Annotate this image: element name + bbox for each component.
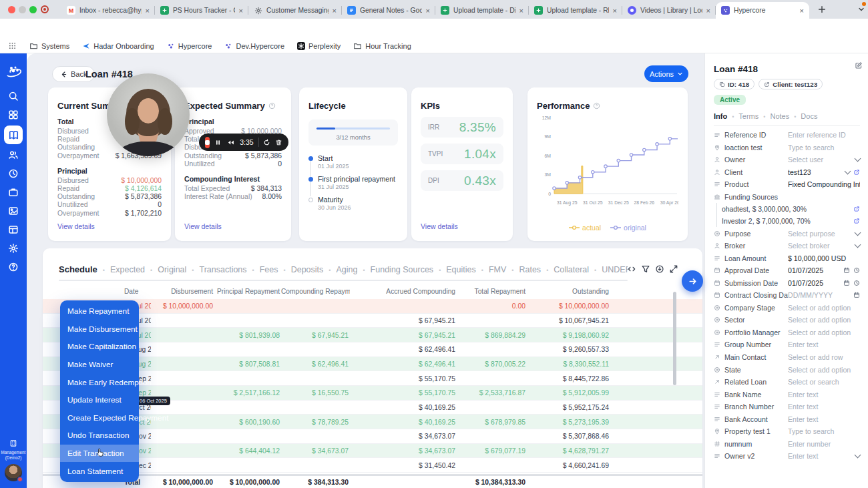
- field-value[interactable]: DD/MM/YYYY: [788, 291, 853, 299]
- field-owner[interactable]: OwnerSelect user: [714, 154, 860, 166]
- panel-tab-info[interactable]: Info: [714, 112, 727, 120]
- bookmark-item[interactable]: Systems: [29, 41, 69, 50]
- bookmark-item[interactable]: Hypercore: [167, 42, 212, 50]
- help-icon[interactable]: [593, 102, 600, 109]
- clock-icon[interactable]: [853, 267, 860, 274]
- menu-item-make-capitalization[interactable]: Make Capitalization: [60, 338, 139, 356]
- tab-close-icon[interactable]: ×: [613, 7, 617, 15]
- field-value[interactable]: $ 10,000,000 USD: [788, 254, 860, 262]
- field-value[interactable]: 01/07/2025: [788, 266, 843, 274]
- tab-close-icon[interactable]: ×: [706, 7, 710, 15]
- field-value[interactable]: Enter text: [788, 391, 860, 399]
- field-value[interactable]: Select or add option: [788, 316, 860, 324]
- bookmark-item[interactable]: Dev.Hypercore: [224, 42, 284, 50]
- field-group-number[interactable]: Group NumberEnter text: [714, 338, 860, 351]
- field-broker[interactable]: BrokerSelect broker: [714, 240, 860, 252]
- schedule-tab-expected[interactable]: Expected: [110, 265, 145, 274]
- field-loan-amount[interactable]: Loan Amount$ 10,000,000 USD: [714, 252, 860, 264]
- schedule-tab-collateral[interactable]: Collateral: [554, 265, 589, 274]
- tab-close-icon[interactable]: ×: [519, 7, 523, 15]
- workspace-block[interactable]: Management (Demo2): [0, 439, 27, 481]
- loan-id-chip[interactable]: ID: 418: [714, 79, 754, 89]
- field-value[interactable]: Enter reference ID: [788, 131, 860, 139]
- bookmark-item[interactable]: Hadar Onboarding: [82, 42, 154, 50]
- browser-tab[interactable]: Upload template - RPAs×: [529, 2, 622, 19]
- panel-tab-terms[interactable]: Terms: [738, 112, 758, 120]
- table-row[interactable]: 31 Dec 2025$ 31,450.42$ 4,660,241.69: [43, 458, 702, 473]
- field-value[interactable]: Select or add row: [788, 353, 860, 361]
- field-value[interactable]: Select or add option: [788, 304, 860, 312]
- field-portfolio-manager[interactable]: Portfolio ManagerSelect or add option: [714, 326, 860, 339]
- field-value[interactable]: Type to search: [788, 427, 860, 435]
- restart-recording-icon[interactable]: [263, 139, 270, 146]
- sidebar-item-help[interactable]: [8, 262, 19, 272]
- browser-tab[interactable]: General Notes - Google×: [342, 2, 435, 19]
- field-main-contact[interactable]: Main ContactSelect or add row: [714, 351, 860, 364]
- menu-item-update-interest[interactable]: Update Interest: [60, 391, 139, 409]
- field-purpose[interactable]: PurposeSelect purpose: [714, 227, 860, 240]
- sidebar-item-settings[interactable]: [8, 243, 19, 254]
- field-value[interactable]: Enter text: [788, 415, 860, 423]
- field-contract-closing-date[interactable]: Contract Closing DateDD/MM/YYYY: [714, 289, 860, 302]
- external-icon[interactable]: [853, 169, 860, 176]
- field-value[interactable]: Enter number: [788, 440, 860, 448]
- chevron-down-icon[interactable]: [855, 452, 861, 459]
- clock-icon[interactable]: [853, 280, 860, 286]
- tab-close-icon[interactable]: ×: [800, 7, 804, 15]
- chevron-down-icon[interactable]: [855, 242, 861, 248]
- kpis-view-details-link[interactable]: View details: [421, 222, 458, 230]
- table-row[interactable]: 01 Jul 2025$ 10,000,000.000.00$ 10,000,0…: [43, 299, 702, 314]
- bookmark-item[interactable]: Perplexity: [297, 42, 341, 50]
- delete-recording-icon[interactable]: [275, 139, 282, 146]
- sidebar-item-portfolio[interactable]: [8, 187, 19, 198]
- external-icon[interactable]: [853, 206, 860, 212]
- panel-edit-icon[interactable]: [855, 61, 863, 69]
- webcam-overlay[interactable]: [107, 73, 190, 156]
- download-icon[interactable]: [655, 264, 664, 274]
- stop-recording-button[interactable]: [205, 137, 210, 148]
- field-value[interactable]: Enter text: [788, 340, 860, 348]
- tab-search-chevron-icon[interactable]: [857, 5, 865, 13]
- calendar-icon[interactable]: [853, 292, 860, 298]
- legend-item-actual[interactable]: actual: [569, 224, 601, 232]
- tab-close-icon[interactable]: ×: [146, 7, 150, 15]
- apps-grid-icon[interactable]: [8, 41, 17, 50]
- table-row[interactable]: 30 Nov 2025$ 644,404.12$ 34,673.07$ 34,6…: [43, 444, 702, 459]
- field-value[interactable]: Enter text: [788, 452, 855, 460]
- table-row[interactable]: 30 Nov 2025$ 34,673.07$ 5,307,868.46: [43, 429, 702, 444]
- menu-item-make-disbursement[interactable]: Make Disbursement: [60, 320, 139, 338]
- tab-close-icon[interactable]: ×: [426, 7, 430, 15]
- expand-icon[interactable]: [669, 264, 678, 274]
- external-icon[interactable]: [853, 218, 860, 224]
- field-value[interactable]: Select user: [788, 156, 855, 164]
- calendar-icon[interactable]: [843, 280, 850, 286]
- menu-item-loan-statement[interactable]: Loan Statement: [60, 462, 139, 480]
- field-branch-number[interactable]: Branch NumberEnter text: [714, 401, 860, 413]
- user-avatar[interactable]: [5, 464, 22, 481]
- field-value[interactable]: Select or add option: [788, 366, 860, 374]
- sidebar-item-loans[interactable]: [4, 126, 23, 144]
- field-reference-id[interactable]: Reference IDEnter reference ID: [714, 129, 860, 142]
- panel-tab-docs[interactable]: Docs: [801, 112, 817, 120]
- field-value[interactable]: Select or add option: [788, 328, 860, 336]
- field-value[interactable]: Select purpose: [788, 230, 855, 238]
- panel-tab-notes[interactable]: Notes: [770, 112, 789, 120]
- schedule-tab-fees[interactable]: Fees: [260, 265, 278, 274]
- field-bank-name[interactable]: Bank NameEnter text: [714, 388, 860, 401]
- field-value[interactable]: Select broker: [788, 242, 855, 250]
- field-related-loan[interactable]: Related LoanSelect or search: [714, 376, 860, 389]
- new-tab-button[interactable]: [817, 5, 827, 14]
- schedule-tab-aging[interactable]: Aging: [336, 265, 357, 274]
- current-summary-view-details-link[interactable]: View details: [57, 222, 95, 230]
- funding-source-item[interactable]: ohadtest, $ 3,000,000, 30%: [717, 203, 860, 215]
- code-view-icon[interactable]: [627, 264, 636, 274]
- sidebar-item-history[interactable]: [8, 168, 19, 179]
- menu-item-make-waiver[interactable]: Make Waiver: [60, 356, 139, 374]
- field-numnum[interactable]: numnumEnter number: [714, 438, 860, 451]
- schedule-tab-fmv[interactable]: FMV: [489, 265, 506, 274]
- field-property-test-1[interactable]: Property test 1Type to search: [714, 425, 860, 438]
- schedule-tab-equities[interactable]: Equities: [446, 265, 475, 274]
- schedule-tab-transactions[interactable]: Transactions: [199, 265, 246, 274]
- table-row[interactable]: 31 Jul 2025$ 67,945.21$ 10,067,945.21: [43, 314, 702, 328]
- window-minimize-button[interactable]: [19, 6, 26, 13]
